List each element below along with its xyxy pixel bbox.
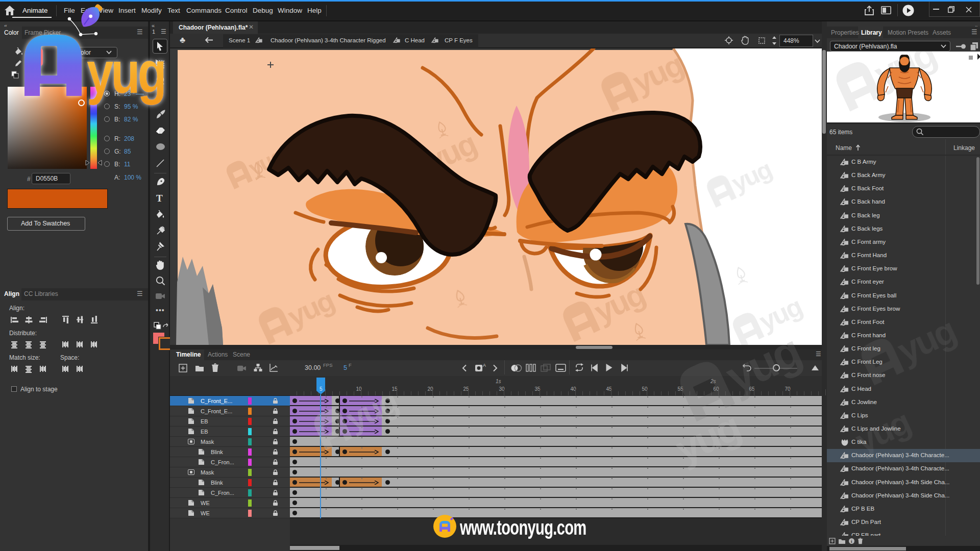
svg-text:yug: yug <box>341 396 403 437</box>
svg-text:A: A <box>483 363 486 368</box>
svg-text:yug: yug <box>718 332 807 403</box>
svg-text:yug: yug <box>669 404 746 472</box>
